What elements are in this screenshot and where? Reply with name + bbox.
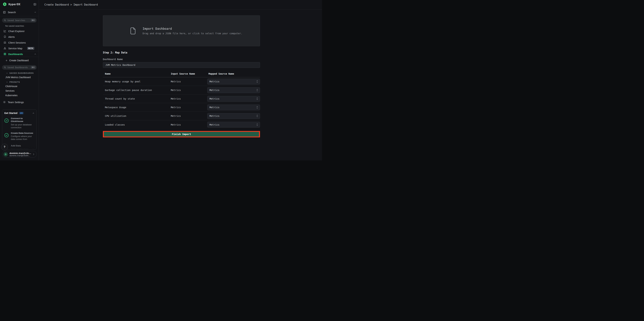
saved-dashboards-placeholder: Saved Dashboards xyxy=(8,66,30,69)
search-icon xyxy=(4,19,6,21)
panel-collapse-icon xyxy=(34,3,36,6)
team-settings-label: Team Settings xyxy=(8,101,24,104)
mapped-source-select[interactable]: Metrics xyxy=(207,96,260,102)
table-row: Thread count by state Metrics Metrics xyxy=(103,94,260,103)
help-button[interactable]: ? xyxy=(1,144,8,150)
arrow-right-icon xyxy=(32,148,34,150)
dashboard-name-input[interactable]: JVM Metrics Dashboard xyxy=(103,62,260,68)
bell-icon xyxy=(4,35,6,38)
get-started-step-sources[interactable]: Create Data Sources Configure where your… xyxy=(4,132,35,141)
search-section-icon xyxy=(3,11,6,14)
select-value: Metrics xyxy=(210,80,220,83)
group-label: SAVED DASHBOARDS xyxy=(10,72,34,74)
beta-badge: BETA xyxy=(27,47,34,50)
main-area: Create Dashboard > Import Dashboard Impo… xyxy=(39,0,322,160)
row-input-source: Metrics xyxy=(171,106,207,109)
group-label: PRESETS xyxy=(10,81,20,83)
step-texts: Create Data Sources Configure where your… xyxy=(11,132,35,141)
dropzone-subtitle: Drag and drop a JSON file here, or click… xyxy=(142,32,242,35)
mapped-source-select[interactable]: Metrics xyxy=(207,79,260,84)
row-input-source: Metrics xyxy=(171,89,207,91)
sidebar-item-chart-explorer[interactable]: Chart Explorer xyxy=(0,28,39,34)
sidebar-item-client-sessions[interactable]: Client Sessions xyxy=(0,40,39,45)
get-started-step-connect[interactable]: Connect to ClickHouse Set up your databa… xyxy=(4,117,35,129)
chevron-down-icon xyxy=(6,72,8,74)
table-row: Metaspace Usage Metrics Metrics xyxy=(103,103,260,112)
sidebar-item-dashboards[interactable]: Dashboards xyxy=(0,51,39,57)
step-subtitle: Set up your database connection xyxy=(11,123,35,129)
mapped-source-select[interactable]: Metrics xyxy=(207,87,260,93)
dropzone-texts: Import Dashboard Drag and drop a JSON fi… xyxy=(142,27,242,35)
chevron-down-icon xyxy=(6,81,8,83)
chevron-up-icon[interactable] xyxy=(32,112,34,114)
app-window: HyperDX Search Saved Searches ⌘K No sa xyxy=(0,0,322,160)
saved-searches-input[interactable]: Saved Searches ⌘K xyxy=(2,18,37,23)
mapped-source-select[interactable]: Metrics xyxy=(207,113,260,119)
laptop-icon xyxy=(4,41,6,44)
progress-badge: 2/3 xyxy=(19,112,24,114)
finish-import-button[interactable]: Finish Import xyxy=(104,132,259,137)
search-section-label: Search xyxy=(8,11,16,14)
get-started-step-add-data[interactable]: Add Data Start sending logs, metrics, or… xyxy=(4,144,35,150)
table-row: Garbage collection pause duration Metric… xyxy=(103,86,260,94)
create-dashboard-button[interactable]: Create Dashboard xyxy=(0,57,39,63)
table-row: Heap memory usage by pool Metrics Metric… xyxy=(103,77,260,86)
sidebar-item-alerts[interactable]: Alerts xyxy=(0,34,39,40)
sidebar-section-search[interactable]: Search xyxy=(0,8,39,16)
sidebar-item-label: Service Map xyxy=(8,47,22,50)
app-title: HyperDX xyxy=(8,3,20,6)
shortcut-badge: ⌘K xyxy=(30,66,36,69)
gear-icon xyxy=(3,101,6,103)
table-row: Loaded classes Metrics Metrics xyxy=(103,120,260,129)
select-value: Metrics xyxy=(210,123,220,126)
dashboard-link-jvm-metrics[interactable]: JVM Metrics Dashboard xyxy=(6,76,39,79)
select-value: Metrics xyxy=(210,89,220,91)
avatar: D xyxy=(4,152,8,157)
json-dropzone[interactable]: Import Dashboard Drag and drop a JSON fi… xyxy=(103,15,260,46)
plus-icon xyxy=(6,59,8,62)
select-value: Metrics xyxy=(210,97,220,100)
preset-link-services[interactable]: Services xyxy=(6,89,39,92)
service-map-icon xyxy=(4,47,6,50)
search-icon xyxy=(4,66,6,68)
dashboards-icon xyxy=(4,53,6,55)
file-icon xyxy=(130,27,136,34)
preset-link-kubernetes[interactable]: Kubernetes xyxy=(6,94,39,97)
sidebar-item-service-map[interactable]: Service Map BETA xyxy=(0,45,39,51)
get-started-card: Get Started 2/3 Connect to ClickHouse Se… xyxy=(2,109,37,150)
group-presets[interactable]: PRESETS xyxy=(6,81,39,83)
step-title: Add Data xyxy=(11,144,32,147)
table-header-row: Name Input Source Name Mapped Source Nam… xyxy=(103,70,260,77)
preset-link-clickhouse[interactable]: ClickHouse xyxy=(6,85,39,88)
sidebar-item-team-settings[interactable]: Team Settings xyxy=(0,99,39,105)
chevron-up-icon xyxy=(34,53,36,55)
mapped-source-select[interactable]: Metrics xyxy=(207,122,260,128)
mapped-source-select[interactable]: Metrics xyxy=(207,104,260,110)
user-email: dominic.tran@clickh... xyxy=(10,154,32,157)
get-started-header: Get Started 2/3 xyxy=(2,109,36,114)
saved-dashboards-input[interactable]: Saved Dashboards ⌘K xyxy=(2,65,37,70)
hyperdx-logo-icon xyxy=(3,2,7,6)
no-saved-searches-text: No saved searches xyxy=(5,25,39,27)
step-2-title: Step 2: Map Data xyxy=(103,51,260,54)
saved-searches-placeholder: Saved Searches xyxy=(8,19,30,21)
select-value: Metrics xyxy=(210,115,220,117)
finish-import-label: Finish Import xyxy=(172,133,191,136)
check-circle-icon xyxy=(4,133,9,138)
column-header-name: Name xyxy=(103,72,171,75)
row-name: Metaspace Usage xyxy=(103,106,171,109)
user-account-button[interactable]: D dominic.tran@clic... dominic.tran@clic… xyxy=(2,151,37,158)
dashboard-name-label: Dashboard Name xyxy=(103,58,260,61)
row-name: Thread count by state xyxy=(103,97,171,100)
shortcut-badge: ⌘K xyxy=(30,19,36,22)
column-header-mapped-source: Mapped Source Name xyxy=(207,72,260,75)
group-saved-dashboards[interactable]: SAVED DASHBOARDS xyxy=(6,72,39,74)
dashboard-name-value: JVM Metrics Dashboard xyxy=(106,64,135,66)
chevron-right-icon xyxy=(32,153,35,155)
sidebar-item-label: Alerts xyxy=(8,35,15,38)
sidebar-item-label: Client Sessions xyxy=(8,41,26,44)
sidebar-collapse-button[interactable] xyxy=(34,3,36,6)
top-bar: Create Dashboard > Import Dashboard xyxy=(39,0,322,10)
sidebar-header: HyperDX xyxy=(0,0,39,8)
step-title: Create Data Sources xyxy=(11,132,35,135)
